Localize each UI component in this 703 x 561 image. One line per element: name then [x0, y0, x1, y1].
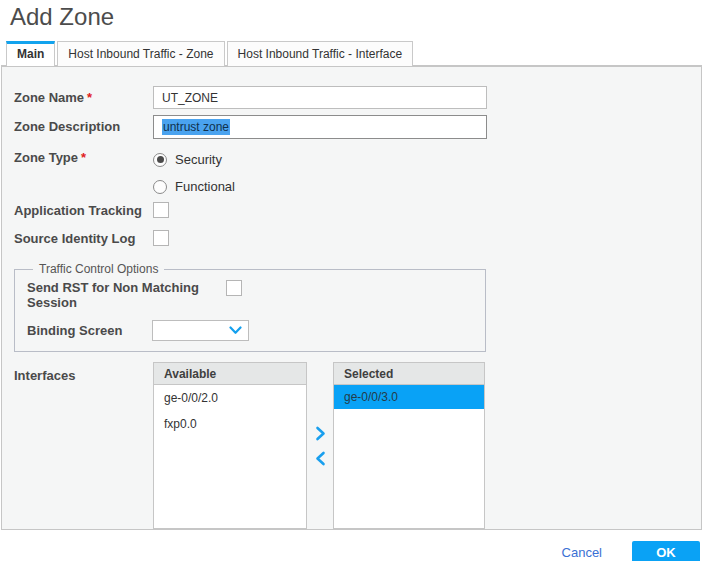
- ok-button[interactable]: OK: [632, 541, 700, 561]
- traffic-control-options-group: Traffic Control Options Send RST for Non…: [14, 262, 486, 352]
- list-item[interactable]: ge-0/0/2.0: [154, 385, 306, 411]
- zone-description-input[interactable]: untrust zone: [153, 115, 487, 139]
- tab-host-inbound-interface-label: Host Inbound Traffic - Interface: [238, 47, 403, 61]
- zone-description-label: Zone Description: [14, 115, 153, 134]
- binding-screen-dropdown[interactable]: [152, 320, 249, 341]
- traffic-control-options-legend: Traffic Control Options: [33, 262, 164, 276]
- send-rst-label: Send RST for Non Matching Session: [27, 280, 226, 310]
- zone-name-label: Zone Name*: [14, 86, 153, 105]
- source-identity-log-label: Source Identity Log: [14, 230, 153, 246]
- move-right-icon[interactable]: [315, 426, 326, 441]
- selected-input-text: untrust zone: [162, 119, 230, 135]
- available-interfaces-list: Available ge-0/0/2.0 fxp0.0: [153, 362, 307, 529]
- tab-host-inbound-zone[interactable]: Host Inbound Traffic - Zone: [57, 41, 224, 66]
- zone-name-input[interactable]: [153, 86, 487, 109]
- tab-host-inbound-zone-label: Host Inbound Traffic - Zone: [68, 47, 213, 61]
- main-tab-panel: Zone Name* Zone Description untrust zone…: [1, 65, 702, 530]
- radio-functional[interactable]: [153, 180, 167, 194]
- selected-interfaces-list: Selected ge-0/0/3.0: [333, 362, 485, 529]
- tab-main[interactable]: Main: [6, 41, 55, 66]
- chevron-down-icon: [229, 326, 242, 335]
- tab-host-inbound-interface[interactable]: Host Inbound Traffic - Interface: [227, 41, 414, 66]
- page-title: Add Zone: [10, 4, 703, 30]
- selected-list-header: Selected: [334, 363, 484, 385]
- radio-security-label: Security: [175, 152, 222, 167]
- move-left-icon[interactable]: [315, 451, 326, 466]
- radio-functional-label: Functional: [175, 179, 235, 194]
- radio-security[interactable]: [153, 153, 167, 167]
- application-tracking-checkbox[interactable]: [153, 202, 169, 218]
- zone-type-options: Security Functional: [153, 146, 235, 200]
- binding-screen-label: Binding Screen: [27, 320, 152, 338]
- required-asterisk: *: [87, 90, 92, 105]
- transfer-controls: [307, 362, 333, 529]
- list-item[interactable]: fxp0.0: [154, 411, 306, 437]
- cancel-button[interactable]: Cancel: [562, 545, 602, 560]
- available-list-header: Available: [154, 363, 306, 385]
- source-identity-log-checkbox[interactable]: [153, 230, 169, 246]
- tab-main-label: Main: [17, 47, 44, 61]
- list-item-selected[interactable]: ge-0/0/3.0: [334, 385, 484, 409]
- interfaces-label: Interfaces: [14, 362, 153, 383]
- tabbar: Main Host Inbound Traffic - Zone Host In…: [1, 40, 702, 65]
- zone-type-label: Zone Type*: [14, 146, 153, 165]
- footer-actions: Cancel OK: [0, 541, 703, 561]
- required-asterisk: *: [81, 150, 86, 165]
- send-rst-checkbox[interactable]: [226, 280, 242, 296]
- application-tracking-label: Application Tracking: [14, 202, 153, 218]
